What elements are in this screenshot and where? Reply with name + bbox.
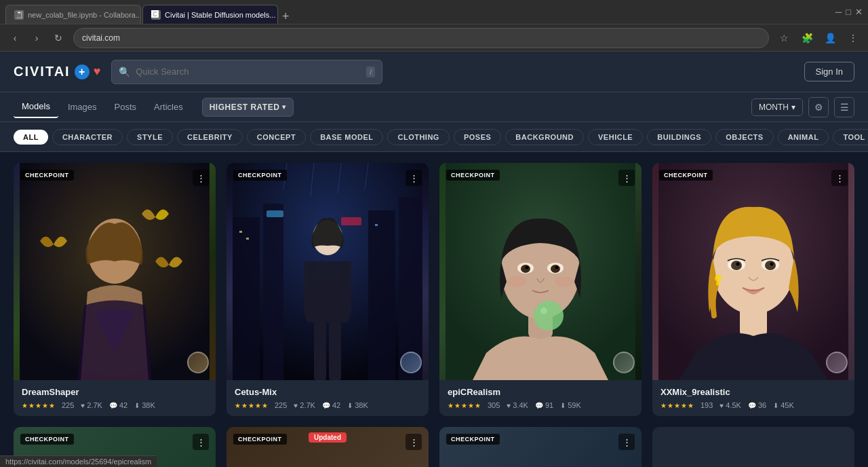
model-card-dreamshapr[interactable]: CHECKPOINT ⋮ DreamShaper ★ ★ ★ ★ ★ [14,163,216,416]
filter-icon-button[interactable]: ⚙ [808,97,829,117]
star5: ★ [475,402,481,409]
card-image-xxmix: CHECKPOINT ⋮ [652,163,854,380]
minimize-icon[interactable]: ─ [835,7,842,17]
category-animal[interactable]: ANIMAL [778,129,829,145]
back-button[interactable]: ‹ [5,29,24,48]
browser-chrome: 📓 new_colab_file.ipynb - Collabora... × … [0,0,868,24]
nav-posts[interactable]: Posts [106,96,145,117]
bottom-card-3[interactable]: CHECKPOINT ⋮ [439,427,642,467]
category-celebrity[interactable]: CELEBRITY [177,129,243,145]
star1: ★ [660,402,667,409]
likes-cetus: ♥2.7K [294,401,315,409]
period-select[interactable]: MONTH ▾ [751,98,803,116]
card-badge-dreamshapr: CHECKPOINT [20,170,74,181]
bookmark-button[interactable]: ☆ [774,29,793,48]
svg-rect-19 [341,261,351,316]
bottom-card-2[interactable]: CHECKPOINT Updated ⋮ [226,427,429,467]
category-concept[interactable]: CONCEPT [247,129,306,145]
category-bar: ALL CHARACTER STYLE CELEBRITY CONCEPT BA… [0,122,868,152]
category-clothing[interactable]: CLOTHING [387,129,449,145]
likes-xxmix: ♥4.5K [719,401,741,409]
card-title-dreamshapr: DreamShaper [22,387,208,397]
tab-colab[interactable]: 📓 new_colab_file.ipynb - Collabora... × [5,5,141,24]
right-controls: MONTH ▾ ⚙ ☰ [751,97,854,117]
category-objects[interactable]: OBJECTS [715,129,773,145]
search-input[interactable] [136,67,361,77]
search-bar[interactable]: 🔍 / [111,60,382,84]
forward-button[interactable]: › [27,29,46,48]
bottom-badge-2: CHECKPOINT [233,434,287,445]
heart-icon: ♥ [81,402,85,409]
close-window-icon[interactable]: ✕ [855,7,863,17]
svg-point-43 [731,261,742,270]
card-avatar-xxmix [826,352,848,373]
nav-images[interactable]: Images [60,96,105,117]
logo-heart-icon[interactable]: ♥ [94,64,101,79]
category-all[interactable]: ALL [14,130,48,145]
card-stars-epic: ★ ★ ★ ★ ★ [448,402,481,409]
star1: ★ [22,402,28,409]
bottom-menu-3[interactable]: ⋮ [618,434,635,450]
comments-cetus: 💬42 [322,401,340,409]
card-menu-dreamshapr[interactable]: ⋮ [193,170,209,186]
tab-civitai[interactable]: 🅲 Civitai | Stable Diffusion models... × [142,5,278,24]
logo-plus-icon[interactable]: + [75,64,90,79]
card-menu-xxmix[interactable]: ⋮ [831,170,848,186]
nav-articles[interactable]: Articles [146,96,191,117]
card-stars-dreamshapr: ★ ★ ★ ★ ★ [22,402,55,409]
svg-point-47 [715,275,722,282]
svg-point-45 [736,263,740,266]
card-title-cetus: Cetus-Mix [235,387,420,397]
bottom-menu-2[interactable]: ⋮ [406,434,422,450]
menu-button[interactable]: ⋮ [844,29,863,48]
downloads-cetus: ⬇38K [347,401,368,409]
category-character[interactable]: CHARACTER [52,129,123,145]
card-stats-dreamshapr: ★ ★ ★ ★ ★ 225 ♥2.7K 💬42 ⬇38K [22,401,208,409]
category-base-model[interactable]: BASE MODEL [310,129,383,145]
card-image-placeholder-epic [439,163,642,380]
star4: ★ [681,402,687,409]
extensions-button[interactable]: 🧩 [797,29,816,48]
site-logo[interactable]: CIVITAI + ♥ [14,64,100,79]
bottom-card-4[interactable] [652,427,854,467]
bottom-menu-1[interactable]: ⋮ [193,434,209,450]
likes-dreamshapr: ♥2.7K [81,401,102,409]
layout-icon-button[interactable]: ☰ [834,97,854,117]
profile-button[interactable]: 👤 [821,29,840,48]
model-card-cetus[interactable]: CHECKPOINT ⋮ Cetus-Mix ★ ★ ★ ★ ★ [226,163,429,416]
svg-point-33 [507,276,526,287]
category-poses[interactable]: POSES [454,129,501,145]
category-style[interactable]: STYLE [127,129,173,145]
address-input[interactable] [73,28,769,48]
maximize-icon[interactable]: □ [846,7,851,17]
model-card-xxmix[interactable]: CHECKPOINT ⋮ XXMix_9realistic ★ ★ ★ ★ ★ [652,163,854,416]
svg-point-46 [770,263,774,266]
star5: ★ [49,402,55,409]
svg-point-29 [521,265,530,273]
card-title-epic: epiCRealism [448,387,633,397]
svg-point-32 [555,266,559,269]
rating-count-xxmix: 193 [701,401,713,409]
address-bar-row: ‹ › ↻ ☆ 🧩 👤 ⋮ [0,24,868,52]
model-card-epic[interactable]: CHECKPOINT ⋮ epiCRealism ★ ★ ★ ★ ★ [439,163,642,416]
svg-point-48 [716,282,720,286]
category-tool[interactable]: TOOL [833,129,868,145]
card-menu-epic[interactable]: ⋮ [618,170,635,186]
new-tab-button[interactable]: + [279,10,292,24]
sign-in-button[interactable]: Sign In [804,62,854,81]
category-background[interactable]: BACKGROUND [505,129,584,145]
filter-button[interactable]: HIGHEST RATED ▾ [202,98,294,117]
period-label: MONTH [759,102,789,112]
card-menu-cetus[interactable]: ⋮ [406,170,422,186]
category-vehicle[interactable]: VEHICLE [588,129,643,145]
comment-icon: 💬 [535,402,543,409]
refresh-button[interactable]: ↻ [49,29,68,48]
star2: ★ [667,402,673,409]
download-icon: ⬇ [347,402,353,409]
bottom-badge-3: CHECKPOINT [446,434,500,445]
category-buildings[interactable]: BUILDINGS [647,129,711,145]
star3: ★ [248,402,254,409]
nav-models[interactable]: Models [14,96,58,118]
svg-rect-8 [246,238,249,240]
period-chevron-icon: ▾ [791,102,795,112]
